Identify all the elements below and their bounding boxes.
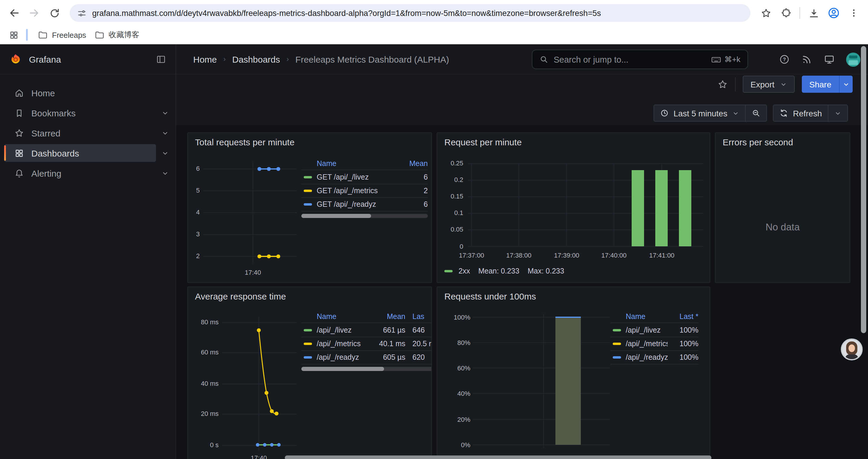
sidebar-item-alerting[interactable]: Alerting [0, 164, 176, 182]
sidebar-item-dashboards[interactable]: Dashboards [0, 144, 176, 162]
floating-assistant-avatar[interactable] [841, 338, 863, 360]
legend-row[interactable]: /api/_/metrics 40.1 ms 20.5 r [301, 337, 432, 350]
url-text[interactable]: grafana.mathmast.com/d/deytv4rwavabkb/fr… [92, 8, 747, 18]
panel-total-requests: Total requests per minute 6 [187, 132, 432, 283]
legend-header-name[interactable]: Name [301, 160, 399, 168]
legend-scrollbar-thumb[interactable] [301, 367, 384, 371]
toolbar-divider [800, 7, 800, 19]
favorite-star-icon[interactable] [717, 79, 728, 90]
export-button[interactable]: Export [743, 76, 795, 93]
breadcrumb: Home › Dashboards › Freeleaps Metrics Da… [193, 54, 449, 64]
grafana-logo[interactable] [9, 53, 22, 65]
refresh-button[interactable]: Refresh [773, 105, 828, 121]
legend-scrollbar-thumb[interactable] [301, 214, 371, 218]
bookmark-folder-blogs[interactable]: 收藏博客 [90, 28, 144, 42]
sidebar-item-starred[interactable]: Starred [0, 124, 176, 142]
extensions-icon[interactable] [778, 5, 794, 21]
share-button[interactable]: Share [802, 76, 839, 93]
user-avatar[interactable] [846, 52, 860, 66]
legend-header-mean[interactable]: Mean [372, 313, 405, 321]
legend-series-label[interactable]: 2xx [459, 267, 470, 275]
dashboard-toolbar: Export Share Last 5 minutes [176, 74, 868, 125]
y-tick: 0.1 [440, 209, 463, 217]
apps-grid-icon[interactable] [6, 27, 21, 42]
legend-header-mean[interactable]: Mean [399, 160, 428, 168]
profile-icon[interactable] [826, 5, 842, 21]
breadcrumb-dashboards[interactable]: Dashboards [232, 54, 280, 64]
legend-header-last[interactable]: Last * [668, 313, 699, 321]
download-icon[interactable] [805, 5, 822, 21]
bookmarks-divider [26, 29, 28, 41]
breadcrumb-separator: › [286, 55, 289, 63]
legend-scrollbar[interactable] [301, 214, 428, 218]
no-data-message: No data [716, 222, 850, 233]
back-icon[interactable] [6, 5, 23, 21]
breadcrumb-separator: › [223, 55, 226, 63]
y-tick: 2 [188, 252, 200, 260]
share-dropdown-button[interactable] [839, 76, 852, 93]
chevron-down-icon[interactable] [161, 129, 169, 137]
legend-max: Max: 0.233 [528, 267, 564, 275]
zoom-out-button[interactable] [745, 105, 766, 121]
panel-title[interactable]: Errors per second [723, 137, 793, 147]
panel-errors-per-second: Errors per second No data [715, 132, 850, 283]
browser-menu-icon[interactable] [845, 5, 862, 21]
svg-text:?: ? [783, 57, 786, 62]
bookmark-label: 收藏博客 [109, 30, 140, 40]
sidebar-item-bookmarks[interactable]: Bookmarks [0, 104, 176, 122]
chevron-down-icon[interactable] [161, 169, 169, 177]
chevron-down-icon[interactable] [161, 150, 169, 157]
legend-row[interactable]: GET /api/_/livez 6 [301, 170, 428, 184]
legend-row[interactable]: /api/_/livez 100% [610, 323, 699, 337]
legend-header-name[interactable]: Name [610, 313, 668, 321]
news-rss-icon[interactable] [801, 54, 812, 65]
brand-name[interactable]: Grafana [29, 54, 61, 64]
bookmark-folder-freeleaps[interactable]: Freeleaps [34, 28, 90, 42]
legend-header: Name Mean Las [301, 311, 432, 323]
series-color-pill [304, 176, 312, 178]
x-tick: 17:38:00 [500, 252, 538, 259]
folder-icon [95, 30, 104, 40]
search-shortcut: ⌘+k [711, 54, 740, 65]
url-bar[interactable]: grafana.mathmast.com/d/deytv4rwavabkb/fr… [70, 4, 750, 22]
breadcrumb-current: Freeleaps Metrics Dashboard (ALPHA) [296, 54, 449, 64]
panel-legend-table: Name Last * /api/_/livez 100% [610, 311, 699, 364]
search-box[interactable]: ⌘+k [532, 50, 748, 69]
help-icon[interactable]: ? [779, 54, 790, 65]
y-tick: 40 ms [193, 380, 219, 388]
site-settings-icon[interactable] [77, 8, 87, 18]
refresh-group: Refresh [773, 104, 848, 122]
legend-row[interactable]: /api/_/readyz 605 µs 620 [301, 350, 432, 364]
chevron-down-icon [834, 109, 841, 117]
home-icon [14, 88, 24, 98]
vertical-scrollbar-thumb[interactable] [861, 46, 866, 333]
breadcrumb-home[interactable]: Home [193, 54, 217, 64]
legend-row[interactable]: GET /api/_/readyz 6 [301, 197, 428, 211]
sidebar-item-label: Bookmarks [31, 108, 75, 118]
legend-header: Name Mean [301, 158, 428, 169]
reload-icon[interactable] [46, 5, 63, 21]
legend-row[interactable]: /api/_/livez 661 µs 646 [301, 323, 432, 337]
chevron-down-icon[interactable] [161, 109, 169, 117]
sidebar-menu: Home Bookmarks Starred [0, 74, 176, 191]
dock-menu-icon[interactable] [156, 54, 166, 64]
forward-icon[interactable] [26, 5, 42, 21]
refresh-icon [779, 109, 788, 118]
legend-header-name[interactable]: Name [301, 313, 372, 321]
dashboard-actions: Export Share [717, 75, 852, 93]
y-tick: 6 [188, 165, 200, 172]
time-range-picker[interactable]: Last 5 minutes [654, 105, 745, 121]
monitor-icon[interactable] [824, 54, 835, 65]
legend-row[interactable]: /api/_/readyz 100% [610, 350, 699, 364]
legend-row[interactable]: /api/_/metrics 100% [610, 337, 699, 350]
legend-scrollbar[interactable] [301, 367, 432, 371]
bookmark-star-icon[interactable] [757, 5, 774, 21]
sidebar-item-home[interactable]: Home [0, 84, 176, 102]
legend-row[interactable]: GET /api/_/metrics 2 [301, 184, 428, 197]
search-input[interactable] [554, 55, 706, 64]
legend-header-last[interactable]: Las [405, 313, 432, 321]
time-controls: Last 5 minutes Refresh [653, 104, 848, 122]
refresh-interval-button[interactable] [828, 105, 847, 121]
bookmark-label: Freeleaps [52, 30, 86, 39]
horizontal-scrollbar-thumb[interactable] [285, 455, 711, 459]
